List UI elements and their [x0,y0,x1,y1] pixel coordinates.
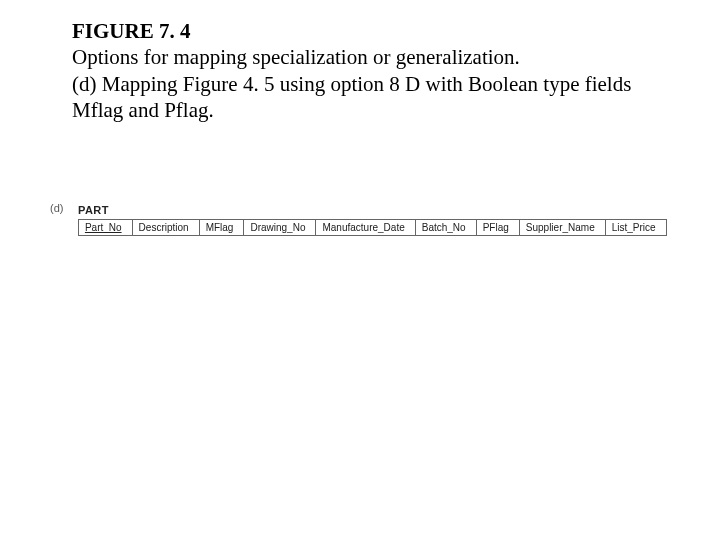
relation-name: PART [78,204,109,216]
relation-schema-table: Part_No Description MFlag Drawing_No Man… [78,219,667,236]
column-header: Manufacture_Date [316,220,415,236]
column-header: List_Price [605,220,666,236]
column-header: Description [132,220,199,236]
column-header: Drawing_No [244,220,316,236]
column-header: Part_No [78,220,132,236]
subfigure-label: (d) [50,202,63,214]
figure-caption: FIGURE 7. 4 Options for mapping speciali… [72,18,662,123]
column-header: Batch_No [415,220,476,236]
figure-number: FIGURE 7. 4 [72,19,190,43]
column-header: Supplier_Name [519,220,605,236]
column-header: MFlag [199,220,244,236]
column-header: PFlag [476,220,519,236]
caption-line-1: Options for mapping specialization or ge… [72,45,520,69]
caption-line-2: (d) Mapping Figure 4. 5 using option 8 D… [72,72,631,122]
schema-diagram: (d) PART Part_No Description MFlag Drawi… [50,200,680,236]
